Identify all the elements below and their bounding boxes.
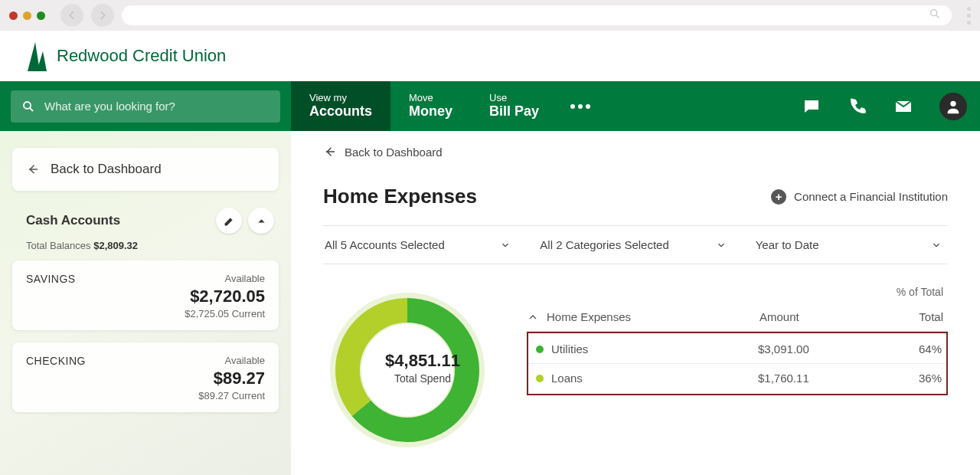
avatar-icon bbox=[939, 93, 967, 120]
svg-line-1 bbox=[936, 15, 939, 18]
brand-name: Redwood Credit Union bbox=[57, 46, 226, 66]
arrow-left-icon bbox=[323, 145, 337, 159]
more-icon bbox=[570, 104, 590, 109]
donut-amount: $4,851.11 bbox=[323, 351, 522, 371]
browser-menu-button[interactable] bbox=[967, 7, 971, 25]
chevron-down-icon bbox=[500, 240, 511, 251]
account-card-checking[interactable]: CHECKING Available $89.27 $89.27 Current bbox=[12, 342, 279, 412]
sidebar-back-label: Back to Dashboard bbox=[51, 162, 162, 177]
donut-chart: $4,851.11 Total Spend bbox=[323, 286, 522, 457]
chat-icon bbox=[802, 97, 821, 116]
row-label: Utilities bbox=[551, 342, 750, 355]
legend-dot-icon bbox=[536, 346, 544, 353]
expense-table: % of Total Home Expenses Amount Total Ut… bbox=[527, 286, 948, 395]
cash-accounts-title: Cash Accounts bbox=[26, 213, 120, 228]
expense-group-row[interactable]: Home Expenses Amount Total bbox=[527, 303, 948, 332]
available-label: Available bbox=[224, 273, 265, 284]
account-amount: $2,720.05 bbox=[26, 287, 265, 306]
sidebar-back-button[interactable]: Back to Dashboard bbox=[12, 148, 279, 191]
plus-circle-icon: + bbox=[771, 189, 786, 205]
pct-header: % of Total bbox=[890, 286, 943, 298]
account-current: $2,725.05 Current bbox=[26, 308, 265, 319]
logo-mark-icon bbox=[28, 41, 49, 71]
brand-bar: Redwood Credit Union bbox=[0, 31, 980, 81]
row-pct: 64% bbox=[888, 342, 942, 355]
chevron-down-icon bbox=[716, 240, 727, 251]
connect-institution-button[interactable]: + Connect a Financial Institution bbox=[771, 189, 948, 205]
account-name: CHECKING bbox=[26, 355, 86, 367]
nav-call-button[interactable] bbox=[835, 81, 880, 131]
site-search[interactable]: What are you looking for? bbox=[11, 90, 280, 123]
account-card-savings[interactable]: SAVINGS Available $2,720.05 $2,725.05 Cu… bbox=[12, 260, 279, 330]
main-back-label: Back to Dashboard bbox=[345, 146, 443, 159]
browser-url-bar[interactable] bbox=[122, 5, 952, 25]
filter-date[interactable]: Year to Date bbox=[754, 226, 948, 264]
svg-line-3 bbox=[30, 108, 33, 111]
legend-dot-icon bbox=[536, 375, 544, 382]
brand-logo[interactable]: Redwood Credit Union bbox=[28, 41, 226, 71]
collapse-accounts-button[interactable] bbox=[248, 208, 274, 234]
chevron-up-icon bbox=[527, 311, 539, 323]
account-name: SAVINGS bbox=[26, 273, 76, 285]
main-nav: What are you looking for? View my Accoun… bbox=[0, 81, 980, 131]
row-pct: 36% bbox=[888, 372, 942, 385]
browser-back-button[interactable] bbox=[60, 4, 83, 27]
arrow-left-icon bbox=[26, 162, 40, 176]
svg-point-0 bbox=[931, 10, 937, 16]
total-balances: Total Balances $2,809.32 bbox=[12, 240, 279, 251]
filter-categories[interactable]: All 2 Categories Selected bbox=[538, 226, 732, 264]
row-amount: $1,760.11 bbox=[758, 372, 880, 385]
pencil-icon bbox=[224, 215, 235, 227]
nav-profile-button[interactable] bbox=[926, 81, 980, 131]
chevron-up-icon bbox=[256, 215, 267, 227]
mail-icon bbox=[894, 97, 913, 116]
nav-messages-button[interactable] bbox=[789, 81, 835, 131]
main-back-button[interactable]: Back to Dashboard bbox=[323, 145, 443, 159]
donut-label: Total Spend bbox=[323, 372, 522, 385]
chevron-down-icon bbox=[931, 240, 942, 251]
group-label: Home Expenses bbox=[547, 310, 752, 323]
browser-forward-button[interactable] bbox=[91, 4, 114, 27]
total-header: Total bbox=[890, 310, 943, 323]
nav-mail-button[interactable] bbox=[880, 81, 926, 131]
page-title: Home Expenses bbox=[323, 185, 477, 208]
filter-row: All 5 Accounts Selected All 2 Categories… bbox=[323, 225, 948, 264]
nav-move-money[interactable]: Move Money bbox=[390, 81, 471, 131]
browser-chrome bbox=[0, 0, 980, 31]
nav-accounts[interactable]: View my Accounts bbox=[291, 81, 390, 131]
minimize-window-icon[interactable] bbox=[23, 11, 31, 20]
edit-accounts-button[interactable] bbox=[216, 208, 242, 234]
connect-label: Connect a Financial Institution bbox=[794, 190, 948, 203]
sidebar: Back to Dashboard Cash Accounts Total Ba… bbox=[0, 131, 291, 475]
svg-point-4 bbox=[950, 100, 956, 106]
highlighted-rows: Utilities $3,091.00 64% Loans $1,760.11 … bbox=[527, 332, 948, 395]
search-placeholder: What are you looking for? bbox=[44, 100, 175, 113]
row-label: Loans bbox=[551, 372, 750, 385]
main-content: Back to Dashboard Home Expenses + Connec… bbox=[291, 131, 980, 475]
phone-icon bbox=[848, 97, 867, 116]
filter-accounts[interactable]: All 5 Accounts Selected bbox=[323, 226, 517, 264]
nav-bill-pay[interactable]: Use Bill Pay bbox=[471, 81, 557, 131]
search-icon bbox=[21, 100, 35, 113]
window-controls bbox=[9, 11, 45, 20]
close-window-icon[interactable] bbox=[9, 11, 18, 20]
amount-header: Amount bbox=[760, 310, 882, 323]
maximize-window-icon[interactable] bbox=[37, 11, 45, 20]
table-row[interactable]: Loans $1,760.11 36% bbox=[528, 364, 946, 392]
account-current: $89.27 Current bbox=[26, 390, 265, 401]
account-amount: $89.27 bbox=[26, 369, 265, 388]
available-label: Available bbox=[224, 355, 265, 366]
row-amount: $3,091.00 bbox=[758, 342, 880, 355]
svg-point-2 bbox=[24, 102, 31, 109]
search-icon bbox=[929, 8, 941, 23]
table-row[interactable]: Utilities $3,091.00 64% bbox=[528, 335, 946, 364]
cash-accounts-header: Cash Accounts bbox=[12, 208, 279, 240]
nav-more-button[interactable] bbox=[557, 81, 603, 131]
